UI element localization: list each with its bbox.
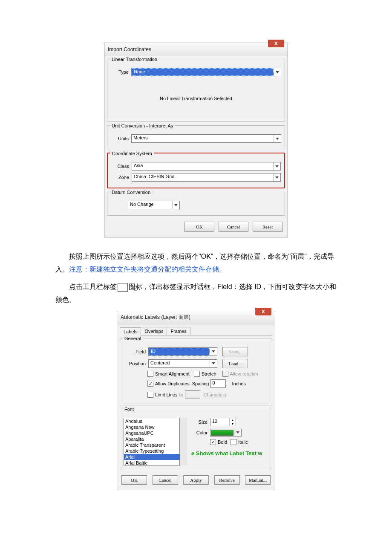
bold-checkbox[interactable]: [210, 439, 216, 445]
save-button: Save...: [222, 347, 248, 356]
datum-conversion-group: Datum Conversion No Change: [107, 192, 285, 216]
size-input[interactable]: 12 ▲▼: [210, 418, 236, 426]
close-icon[interactable]: x: [268, 40, 284, 47]
chevron-down-icon: [274, 68, 281, 76]
field-select[interactable]: ID: [148, 347, 217, 356]
reset-button[interactable]: Reset: [253, 222, 282, 232]
apply-button[interactable]: Apply: [183, 475, 209, 485]
tab-overlaps[interactable]: Overlaps: [141, 327, 167, 335]
stretch-checkbox[interactable]: [194, 371, 200, 377]
color-select[interactable]: [210, 429, 242, 436]
load-button[interactable]: Load...: [222, 359, 248, 368]
class-select[interactable]: Asia: [132, 162, 281, 171]
close-icon[interactable]: x: [255, 308, 271, 315]
limit-lines-checkbox[interactable]: [147, 392, 153, 398]
spinner-up-icon: ▲: [230, 418, 236, 422]
chevron-down-icon: [273, 162, 280, 170]
limit-input: [185, 390, 200, 399]
chevron-down-icon: [210, 348, 217, 356]
cancel-button[interactable]: Cancel: [153, 475, 178, 485]
chevron-down-icon: [273, 173, 280, 181]
italic-checkbox[interactable]: [231, 439, 236, 445]
dialog-title: Automatic Labels (Layer: 面层): [117, 311, 275, 324]
tab-labels[interactable]: Labels: [120, 327, 141, 335]
units-select[interactable]: Meters: [131, 134, 281, 143]
cancel-button[interactable]: Cancel: [219, 222, 248, 232]
coordinate-system-group: Coordinate System Class Asia Zone China:…: [107, 153, 285, 188]
label-preview: e Shows what Label Text w: [191, 448, 268, 459]
chevron-down-icon: [210, 360, 217, 367]
tab-frames[interactable]: Frames: [167, 327, 190, 335]
general-group: General Field ID Save... Position Center…: [120, 338, 272, 405]
paragraph: 按照上图所示位置选择相应选项，然后两个"OK"，选择存储位置，命名为"面层"，完…: [55, 250, 337, 276]
remove-button[interactable]: Remove: [214, 475, 240, 485]
scrollbar[interactable]: [180, 418, 187, 465]
ok-button[interactable]: OK: [184, 222, 214, 232]
label-tool-icon: [118, 283, 128, 292]
zone-select[interactable]: China: CIESIN Grid: [132, 173, 281, 182]
linear-transformation-group: Linear Transformation Type None No Linea…: [107, 59, 285, 122]
spinner-down-icon: ▼: [230, 422, 236, 426]
chevron-down-icon: [274, 135, 281, 142]
font-list[interactable]: Andalus Angsana New AngsanaUPC Aparajita…: [124, 418, 180, 465]
chevron-down-icon: [234, 429, 241, 436]
type-select[interactable]: None: [131, 68, 281, 76]
datum-select[interactable]: No Change: [128, 201, 180, 209]
smart-alignment-checkbox[interactable]: [147, 371, 153, 377]
automatic-labels-dialog: x Automatic Labels (Layer: 面层) Labels Ov…: [117, 311, 275, 490]
spacing-input[interactable]: 0: [210, 379, 226, 388]
import-coordinates-dialog: x Import Coordinates Linear Transformati…: [104, 43, 288, 237]
unit-conversion-group: Unit Conversion - Interpret As Units Met…: [107, 125, 285, 149]
font-group: Font Andalus Angsana New AngsanaUPC Apar…: [120, 409, 272, 469]
manual-button[interactable]: Manual...: [245, 475, 271, 485]
chevron-down-icon: [172, 201, 179, 209]
ok-button[interactable]: OK: [121, 475, 147, 485]
allow-rotation-checkbox: [222, 371, 228, 377]
paragraph: 点击工具栏标签图标，弹出标签显示对话框，Field：选择 ID，下面可改变字体大…: [55, 280, 337, 306]
position-select[interactable]: Centered: [148, 359, 217, 368]
allow-duplicates-checkbox[interactable]: [147, 381, 153, 387]
dialog-title: Import Coordinates: [104, 43, 288, 56]
